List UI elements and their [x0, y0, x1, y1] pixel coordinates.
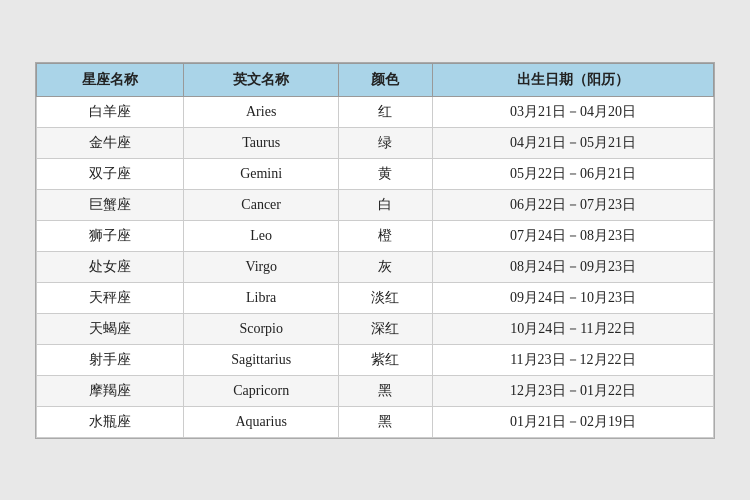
- table-cell-8-0: 射手座: [37, 344, 184, 375]
- table-cell-8-2: 紫红: [339, 344, 433, 375]
- zodiac-table-container: 星座名称英文名称颜色出生日期（阳历） 白羊座Aries红03月21日－04月20…: [35, 62, 715, 439]
- column-header-2: 颜色: [339, 63, 433, 96]
- table-cell-1-2: 绿: [339, 127, 433, 158]
- column-header-3: 出生日期（阳历）: [432, 63, 713, 96]
- table-cell-9-0: 摩羯座: [37, 375, 184, 406]
- column-header-0: 星座名称: [37, 63, 184, 96]
- table-cell-10-1: Aquarius: [184, 406, 339, 437]
- table-cell-7-0: 天蝎座: [37, 313, 184, 344]
- table-row: 天秤座Libra淡红09月24日－10月23日: [37, 282, 714, 313]
- table-row: 射手座Sagittarius紫红11月23日－12月22日: [37, 344, 714, 375]
- table-row: 水瓶座Aquarius黑01月21日－02月19日: [37, 406, 714, 437]
- table-row: 摩羯座Capricorn黑12月23日－01月22日: [37, 375, 714, 406]
- table-cell-10-2: 黑: [339, 406, 433, 437]
- table-cell-0-1: Aries: [184, 96, 339, 127]
- table-body: 白羊座Aries红03月21日－04月20日金牛座Taurus绿04月21日－0…: [37, 96, 714, 437]
- table-cell-3-3: 06月22日－07月23日: [432, 189, 713, 220]
- table-cell-0-0: 白羊座: [37, 96, 184, 127]
- table-cell-4-2: 橙: [339, 220, 433, 251]
- table-row: 处女座Virgo灰08月24日－09月23日: [37, 251, 714, 282]
- table-cell-7-2: 深红: [339, 313, 433, 344]
- table-cell-3-0: 巨蟹座: [37, 189, 184, 220]
- table-cell-5-3: 08月24日－09月23日: [432, 251, 713, 282]
- table-cell-6-1: Libra: [184, 282, 339, 313]
- table-cell-6-3: 09月24日－10月23日: [432, 282, 713, 313]
- table-cell-1-3: 04月21日－05月21日: [432, 127, 713, 158]
- table-cell-2-3: 05月22日－06月21日: [432, 158, 713, 189]
- table-row: 白羊座Aries红03月21日－04月20日: [37, 96, 714, 127]
- table-cell-8-1: Sagittarius: [184, 344, 339, 375]
- table-cell-5-2: 灰: [339, 251, 433, 282]
- table-cell-4-1: Leo: [184, 220, 339, 251]
- table-cell-4-0: 狮子座: [37, 220, 184, 251]
- table-cell-4-3: 07月24日－08月23日: [432, 220, 713, 251]
- table-row: 巨蟹座Cancer白06月22日－07月23日: [37, 189, 714, 220]
- table-row: 双子座Gemini黄05月22日－06月21日: [37, 158, 714, 189]
- table-cell-2-0: 双子座: [37, 158, 184, 189]
- table-cell-0-2: 红: [339, 96, 433, 127]
- table-cell-5-0: 处女座: [37, 251, 184, 282]
- table-cell-7-1: Scorpio: [184, 313, 339, 344]
- table-row: 金牛座Taurus绿04月21日－05月21日: [37, 127, 714, 158]
- table-cell-0-3: 03月21日－04月20日: [432, 96, 713, 127]
- table-cell-3-1: Cancer: [184, 189, 339, 220]
- table-header-row: 星座名称英文名称颜色出生日期（阳历）: [37, 63, 714, 96]
- table-cell-10-3: 01月21日－02月19日: [432, 406, 713, 437]
- table-cell-10-0: 水瓶座: [37, 406, 184, 437]
- table-row: 狮子座Leo橙07月24日－08月23日: [37, 220, 714, 251]
- table-cell-8-3: 11月23日－12月22日: [432, 344, 713, 375]
- column-header-1: 英文名称: [184, 63, 339, 96]
- table-cell-9-1: Capricorn: [184, 375, 339, 406]
- table-cell-6-2: 淡红: [339, 282, 433, 313]
- table-cell-6-0: 天秤座: [37, 282, 184, 313]
- table-cell-1-1: Taurus: [184, 127, 339, 158]
- zodiac-table: 星座名称英文名称颜色出生日期（阳历） 白羊座Aries红03月21日－04月20…: [36, 63, 714, 438]
- table-cell-3-2: 白: [339, 189, 433, 220]
- table-cell-1-0: 金牛座: [37, 127, 184, 158]
- table-row: 天蝎座Scorpio深红10月24日－11月22日: [37, 313, 714, 344]
- table-cell-5-1: Virgo: [184, 251, 339, 282]
- table-cell-7-3: 10月24日－11月22日: [432, 313, 713, 344]
- table-cell-2-1: Gemini: [184, 158, 339, 189]
- table-cell-9-2: 黑: [339, 375, 433, 406]
- table-cell-9-3: 12月23日－01月22日: [432, 375, 713, 406]
- table-cell-2-2: 黄: [339, 158, 433, 189]
